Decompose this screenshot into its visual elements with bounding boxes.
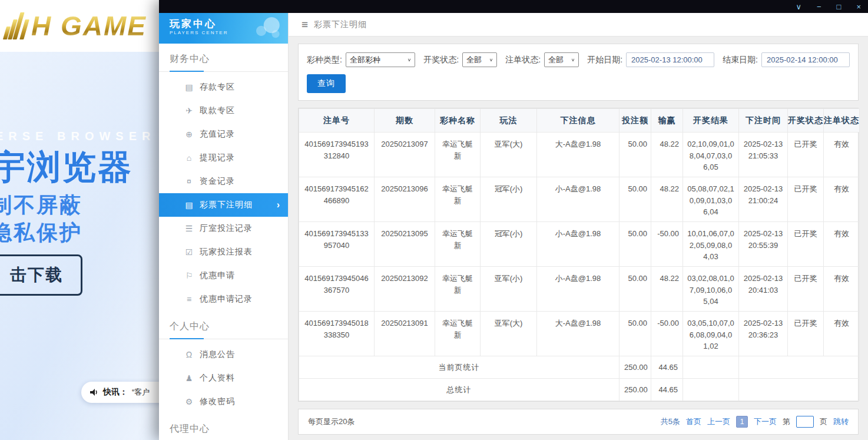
column-header: 注单号 bbox=[299, 109, 375, 133]
funds-record-icon: ¤ bbox=[183, 177, 196, 186]
query-button[interactable]: 查询 bbox=[307, 74, 346, 93]
sidebar-item[interactable]: ✈取款专区 bbox=[159, 99, 288, 123]
total-count-text: 共5条 bbox=[661, 416, 680, 427]
jump-button[interactable]: 跳转 bbox=[833, 416, 849, 427]
download-button[interactable]: 击下载 bbox=[0, 254, 82, 296]
table-cell: 幸运飞艇新 bbox=[435, 177, 481, 222]
sidebar-item[interactable]: ⚙修改密码 bbox=[159, 390, 288, 413]
summary-bet-total: 250.00 bbox=[619, 379, 651, 401]
summary-label: 当前页统计 bbox=[299, 356, 619, 379]
table-cell: 冠军(小) bbox=[481, 222, 537, 267]
hero-subline-2: 隐私保护 bbox=[0, 219, 82, 247]
site-logo[interactable]: H GAME bbox=[5, 12, 147, 39]
lottery-bet-detail-icon: ▤ bbox=[183, 200, 196, 210]
lottery-type-select[interactable]: 全部彩种 ∨ bbox=[346, 52, 415, 67]
current-page-badge[interactable]: 1 bbox=[736, 416, 748, 428]
end-date-input[interactable] bbox=[761, 52, 850, 67]
sidebar-item[interactable]: Ω消息公告 bbox=[159, 343, 288, 366]
deposit-icon: ▤ bbox=[183, 82, 196, 92]
sidebar-item-label: 玩家投注报表 bbox=[200, 247, 253, 257]
table-cell: 20250213091 bbox=[375, 312, 435, 356]
table-cell: 亚军(小) bbox=[481, 267, 537, 312]
table-cell: 48.22 bbox=[651, 177, 683, 222]
table-cell: 401569173945133957040 bbox=[299, 222, 375, 267]
table-header-row: 注单号期数彩种名称玩法下注信息投注额输赢开奖结果下注时间开奖状态注单状态 bbox=[299, 109, 860, 133]
sidebar-item[interactable]: ⚐优惠申请 bbox=[159, 264, 288, 287]
table-cell: -50.00 bbox=[651, 312, 683, 356]
table-cell: 401569173945018338350 bbox=[299, 312, 375, 356]
column-header: 注单状态 bbox=[824, 109, 860, 133]
table-cell: 幸运飞艇新 bbox=[435, 222, 481, 267]
window-minimize-icon[interactable]: − bbox=[817, 3, 821, 11]
window-close-icon[interactable]: × bbox=[856, 3, 861, 11]
sidebar-item-label: 消息公告 bbox=[200, 349, 235, 360]
sidebar-item[interactable]: ⊕充值记录 bbox=[159, 123, 288, 146]
draw-status-value: 全部 bbox=[466, 55, 482, 65]
sidebar-menu: 财务中心▤存款专区✈取款专区⊕充值记录⌂提现记录¤资金记录▤彩票下注明细›☰厅室… bbox=[159, 49, 288, 440]
summary-row: 总统计250.0044.65 bbox=[299, 379, 860, 401]
table-cell: 20250213095 bbox=[375, 222, 435, 267]
table-cell: 20250213092 bbox=[375, 267, 435, 312]
sidebar-item[interactable]: ☑玩家投注报表 bbox=[159, 240, 288, 264]
ticker-label: 快讯： bbox=[103, 387, 128, 398]
hamburger-menu-icon[interactable]: ≡ bbox=[302, 19, 308, 30]
sidebar-item[interactable]: ♟个人资料 bbox=[159, 366, 288, 390]
menu-group: Ω消息公告♟个人资料⚙修改密码 bbox=[159, 343, 288, 413]
sidebar-item[interactable]: ▤存款专区 bbox=[159, 75, 288, 99]
sidebar-item-label: 修改密码 bbox=[200, 396, 235, 407]
filter-panel: 彩种类型: 全部彩种 ∨ 开奖状态: 全部 ∨ 注单状态: 全部 bbox=[298, 44, 859, 101]
sidebar-item[interactable]: ▤彩票下注明细› bbox=[159, 193, 288, 217]
page-jump-input[interactable] bbox=[796, 416, 814, 428]
sidebar-item-label: 取款专区 bbox=[200, 105, 235, 116]
chevron-down-icon: ∨ bbox=[408, 58, 412, 62]
withdraw-icon: ✈ bbox=[183, 106, 196, 115]
table-cell: 2025-02-13 20:41:03 bbox=[739, 267, 788, 312]
next-page-link[interactable]: 下一页 bbox=[754, 416, 777, 427]
table-cell: 50.00 bbox=[619, 222, 651, 267]
sidebar-item-label: 提现记录 bbox=[200, 153, 235, 163]
table-cell: 2025-02-13 21:05:33 bbox=[739, 133, 788, 177]
table-cell: 03,02,08,01,07,09,10,06,05,04 bbox=[683, 267, 739, 312]
recharge-record-icon: ⊕ bbox=[183, 130, 196, 139]
table-cell: 已开奖 bbox=[788, 133, 824, 177]
draw-status-label: 开奖状态: bbox=[423, 55, 459, 65]
table-cell: 401569173945193312840 bbox=[299, 133, 375, 177]
first-page-link[interactable]: 首页 bbox=[686, 416, 701, 427]
change-password-gear-icon: ⚙ bbox=[183, 397, 196, 406]
jump-suffix-label: 页 bbox=[820, 416, 827, 427]
table-cell: 小-A盘@1.98 bbox=[537, 267, 619, 312]
sidebar-item[interactable]: ☰厅室投注记录 bbox=[159, 217, 288, 240]
draw-status-select[interactable]: 全部 ∨ bbox=[462, 52, 497, 67]
sidebar-item[interactable]: ≡优惠申请记录 bbox=[159, 287, 288, 311]
table-cell: 幸运飞艇新 bbox=[435, 133, 481, 177]
hero-headline: 宇浏览器 bbox=[0, 145, 133, 190]
table-cell: 已开奖 bbox=[788, 312, 824, 356]
promo-apply-record-icon: ≡ bbox=[183, 295, 196, 304]
sidebar-item[interactable]: ⌂提现记录 bbox=[159, 146, 288, 170]
announcement-bell-icon: Ω bbox=[183, 350, 196, 359]
sidebar-item-label: 厅室投注记录 bbox=[200, 223, 253, 234]
column-header: 投注额 bbox=[619, 109, 651, 133]
window-titlebar: ∨ − □ × bbox=[159, 0, 868, 13]
summary-winloss-total: 44.65 bbox=[651, 379, 683, 401]
column-header: 开奖状态 bbox=[788, 109, 824, 133]
window-maximize-icon[interactable]: □ bbox=[837, 3, 842, 11]
table-cell: 大-A盘@1.98 bbox=[537, 133, 619, 177]
start-date-input[interactable] bbox=[626, 52, 714, 67]
prev-page-link[interactable]: 上一页 bbox=[707, 416, 730, 427]
table-cell: 亚军(大) bbox=[481, 133, 537, 177]
table-cell: 20250213097 bbox=[375, 133, 435, 177]
bet-status-select[interactable]: 全部 ∨ bbox=[544, 52, 579, 67]
logo-text: H GAME bbox=[31, 12, 147, 39]
sidebar-item[interactable]: ¤资金记录 bbox=[159, 170, 288, 193]
profile-user-icon: ♟ bbox=[183, 373, 196, 383]
table-cell: 幸运飞艇新 bbox=[435, 312, 481, 356]
hero-subline-1: 制不屏蔽 bbox=[0, 191, 82, 220]
table-cell: 401569173945162466890 bbox=[299, 177, 375, 222]
page-title: 彩票下注明细 bbox=[314, 19, 367, 30]
table-row: 40156917394501833835020250213091幸运飞艇新亚军(… bbox=[299, 312, 860, 356]
window-chevron-down-icon[interactable]: ∨ bbox=[796, 3, 801, 11]
section-label: 财务中心 bbox=[159, 49, 288, 72]
summary-empty-cell bbox=[739, 356, 860, 379]
table-panel: 注单号期数彩种名称玩法下注信息投注额输赢开奖结果下注时间开奖状态注单状态4015… bbox=[298, 108, 859, 402]
